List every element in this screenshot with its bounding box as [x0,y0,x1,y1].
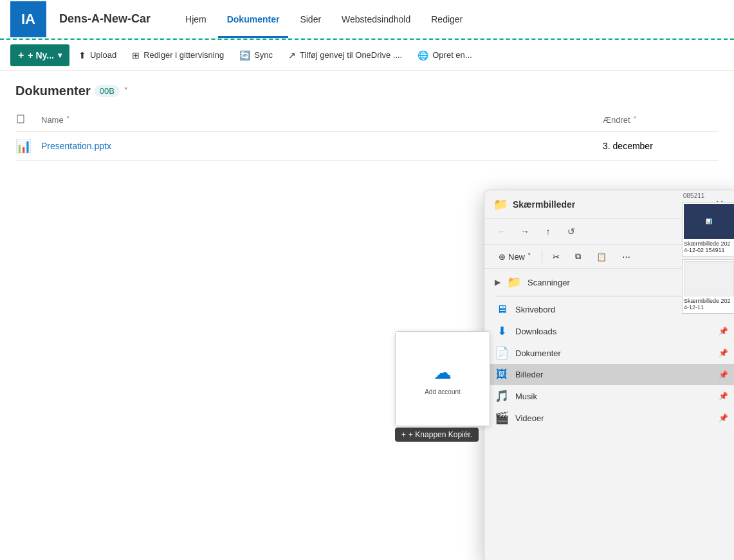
header-modified-col[interactable]: Ændret ˅ [603,115,719,125]
copy-button[interactable]: ⧉ [569,249,587,264]
list-item[interactable]: 🎵 Musik 📌 [484,385,734,407]
list-item[interactable]: 📄 Dokumenter 📌 [484,342,734,364]
upload-button[interactable]: ⬆ Upload [72,45,123,66]
breadcrumb-title: Dokumenter [15,84,91,98]
nav-item-webstedsindhold[interactable]: Webstedsindhold [333,0,419,38]
desktop-icon: 🖥 [495,303,509,316]
new-button-label: + Ny... [28,50,54,60]
chevron-icon: ˅ [528,253,531,261]
right-panel: 085211 📊 Skærmbillede 2024-12-02 154911 … [682,190,734,314]
header-icon-col [15,114,41,126]
list-item[interactable]: 🖼 Billeder 📌 [484,364,734,385]
thumbnail-preview [684,261,734,296]
file-name-cell: Presentation.pptx [41,141,603,151]
sync-icon: 🔄 [239,50,250,60]
refresh-button[interactable]: ↺ [562,222,581,240]
create-label: Opret en... [432,50,472,60]
folder-icon: 📁 [507,275,521,289]
download-icon: ⬇ [495,324,509,338]
file-type-icon: 📊 [15,138,41,154]
paste-button[interactable]: 📋 [590,249,613,264]
list-item[interactable]: ⬇ Downloads 📌 [484,320,734,342]
more-button[interactable]: ⋯ [616,249,637,264]
pin-icon: 📌 [719,327,728,336]
videos-icon: 🎬 [495,411,509,425]
sort-icon: ˅ [633,116,637,124]
music-icon: 🎵 [495,389,509,403]
toolbar-separator [542,250,542,263]
chevron-down-icon: ▾ [58,51,62,60]
plus-icon: + [401,430,406,439]
create-icon: 🌐 [417,50,428,60]
pin-icon: 📌 [719,348,728,357]
thumbnail-label: Skærmbillede 2024-12-11 [684,296,733,312]
cut-icon: ✂ [553,252,560,262]
edit-grid-button[interactable]: ⊞ Rediger i gittervisning [125,45,230,66]
back-button[interactable]: ← [492,222,511,240]
plus-icon: + [18,50,24,61]
site-logo: IA [10,1,46,37]
arrow-icon: ▶ [495,278,500,287]
onedrive-label: Tilføj genvej til OneDrive .... [300,50,402,60]
header: IA Dens-A-New-Car Hjem Dokumenter Sider … [0,0,734,39]
nav-item-sider[interactable]: Sider [291,0,330,38]
chevron-down-icon[interactable]: ˅ [124,86,128,96]
table-row: 📊 Presentation.pptx 3. december [15,132,719,161]
pin-icon: 📌 [719,370,728,379]
upload-icon: ⬆ [78,50,86,60]
thumb-label: 085211 [682,190,734,202]
logo-initials: IA [21,11,35,28]
document-toolbar: + + Ny... ▾ ⬆ Upload ⊞ Rediger i gitterv… [0,40,734,71]
top-nav: Hjem Dokumenter Sider Webstedsindhold Re… [176,0,472,38]
create-button[interactable]: 🌐 Opret en... [411,45,478,66]
up-button[interactable]: ↑ [538,222,558,240]
pictures-icon: 🖼 [495,368,509,381]
copy-icon: ⧉ [575,251,581,262]
forward-button[interactable]: → [515,222,535,240]
file-list: Name ˅ Ændret ˅ 📊 Presentation.pptx 3. d… [15,109,719,161]
breadcrumb-badge: 00B [95,85,120,97]
thumbnail-preview: 📊 [684,204,734,239]
new-button[interactable]: + + Ny... ▾ [10,44,69,66]
folder-icon: 📁 [493,197,508,212]
file-thumbnail: ☁ Add account [395,331,490,426]
plus-icon: ⊕ [499,252,506,262]
new-button[interactable]: ⊕ New ˅ [492,249,538,264]
upload-label: Upload [90,50,116,60]
cut-button[interactable]: ✂ [546,249,566,264]
copy-tooltip: + + Knappen Kopiér. [395,428,479,442]
add-account-label: Add account [425,388,461,395]
thumbnail-item[interactable]: 📊 Skærmbillede 2024-12-02 154911 [682,202,734,257]
nav-item-hjem[interactable]: Hjem [176,0,216,38]
documents-icon: 📄 [495,346,509,360]
breadcrumb: Dokumenter 00B ˅ [15,84,719,98]
file-list-header: Name ˅ Ændret ˅ [15,109,719,132]
list-item[interactable]: 🎬 Videoer 📌 [484,407,734,429]
onedrive-button[interactable]: ↗ Tilføj genvej til OneDrive .... [282,45,408,66]
site-title: Dens-A-New-Car [59,12,151,26]
file-modified-date: 3. december [603,141,653,151]
sync-button[interactable]: 🔄 Sync [233,45,279,66]
file-link[interactable]: Presentation.pptx [41,141,111,151]
explorer-title: Skærmbilleder [513,199,710,210]
copy-tooltip-area: ☁ Add account + + Knappen Kopiér. [395,331,490,442]
nav-item-dokumenter[interactable]: Dokumenter [218,0,289,38]
thumbnail-label: Skærmbillede 2024-12-02 154911 [684,239,733,255]
thumbnail-item[interactable]: Skærmbillede 2024-12-11 [682,259,734,314]
file-modified-cell: 3. december [603,141,719,151]
pin-icon: 📌 [719,392,728,401]
paste-icon: 📋 [596,252,607,262]
pin-icon: 📌 [719,413,728,422]
grid-icon: ⊞ [132,50,140,60]
sync-label: Sync [254,50,273,60]
cloud-icon: ☁ [434,362,452,383]
onedrive-icon: ↗ [288,50,296,60]
thumbnail-content: ☁ Add account [396,332,490,426]
header-name-col[interactable]: Name ˅ [41,115,603,125]
edit-grid-label: Rediger i gittervisning [143,50,224,60]
sort-icon: ˅ [66,116,70,124]
nav-item-rediger[interactable]: Rediger [422,0,472,38]
main-content: Dokumenter 00B ˅ Name ˅ Ændret ˅ 📊 Prese… [0,71,734,174]
